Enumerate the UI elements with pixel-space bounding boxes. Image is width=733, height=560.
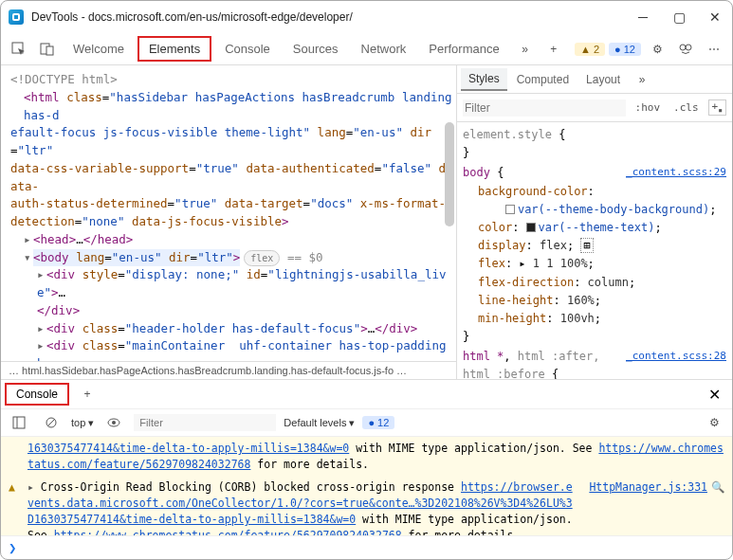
warn-count: 2	[594, 44, 599, 55]
warning-icon: ▲	[9, 479, 22, 536]
scrollbar[interactable]	[445, 122, 454, 226]
computed-tab[interactable]: Computed	[509, 69, 577, 90]
console-info-badge[interactable]: ● 12	[362, 416, 394, 429]
style-filter-input[interactable]	[463, 99, 626, 117]
flex-pill: flex	[244, 250, 280, 266]
tab-console[interactable]: Console	[215, 36, 280, 62]
hov-toggle[interactable]: :hov	[632, 99, 665, 116]
add-tab-icon[interactable]: +	[541, 37, 566, 62]
live-expression-icon[interactable]	[101, 410, 126, 435]
cls-toggle[interactable]: .cls	[669, 99, 703, 116]
tab-welcome[interactable]: Welcome	[64, 36, 134, 62]
tab-performance[interactable]: Performance	[419, 36, 508, 62]
menu-icon[interactable]: ⋯	[702, 37, 726, 62]
warnings-badge[interactable]: ▲ 2	[575, 43, 605, 56]
body-element[interactable]: <body lang="en-us" dir="ltr">	[33, 249, 240, 267]
console-prompt[interactable]: ❯	[1, 535, 732, 559]
tab-elements[interactable]: Elements	[137, 36, 211, 62]
console-body[interactable]: 1630375477414&time-delta-to-apply-millis…	[1, 437, 732, 535]
lens-icon[interactable]: 🔍	[711, 480, 724, 494]
info-count: 12	[624, 44, 635, 55]
close-drawer[interactable]: ✕	[701, 386, 728, 404]
tab-sources[interactable]: Sources	[284, 36, 348, 62]
console-filter-input[interactable]	[134, 414, 276, 431]
styles-list[interactable]: element.style {} body {_content.scss:29 …	[457, 122, 732, 379]
dollar-zero: == $0	[287, 250, 323, 264]
minimize-button[interactable]: ─	[633, 9, 652, 25]
devtools-icon	[9, 9, 24, 25]
more-tabs-icon[interactable]: »	[513, 37, 538, 62]
console-link[interactable]: https://www.chromestatus.com/feature/562…	[54, 529, 402, 535]
new-style-rule[interactable]: +▪	[708, 99, 726, 116]
svg-rect-2	[46, 46, 53, 55]
svg-point-3	[680, 45, 686, 50]
info-badge[interactable]: ● 12	[609, 43, 641, 56]
device-toggle-icon[interactable]	[35, 37, 60, 62]
styles-more-icon[interactable]: »	[630, 67, 654, 92]
svg-point-4	[686, 45, 691, 50]
feedback-icon[interactable]	[673, 37, 698, 62]
styles-tab[interactable]: Styles	[461, 68, 507, 91]
window-titlebar: DevTools - docs.microsoft.com/en-us/micr…	[1, 1, 732, 33]
window-title: DevTools - docs.microsoft.com/en-us/micr…	[31, 10, 626, 24]
source-link[interactable]: _content.scss:29	[626, 164, 726, 182]
svg-rect-5	[13, 417, 25, 428]
doctype: <!DOCTYPE html>	[10, 71, 452, 89]
console-sidebar-icon[interactable]	[7, 410, 31, 435]
clear-console-icon[interactable]	[39, 410, 64, 435]
source-link[interactable]: _content.scss:28	[626, 348, 726, 366]
breadcrumb[interactable]: … html.hasSidebar.hasPageActions.hasBrea…	[1, 361, 456, 379]
close-button[interactable]: ✕	[706, 9, 724, 25]
dom-tree[interactable]: <!DOCTYPE html> <html class="hasSidebar …	[1, 65, 456, 361]
source-link[interactable]: HttpManager.js:331	[589, 480, 707, 494]
console-drawer-tab[interactable]: Console	[5, 383, 69, 406]
main-toolbar: Welcome Elements Console Sources Network…	[1, 33, 732, 65]
maximize-button[interactable]: ▢	[669, 9, 688, 25]
inspect-icon[interactable]	[7, 37, 31, 62]
tab-network[interactable]: Network	[352, 36, 416, 62]
context-selector[interactable]: top ▾	[71, 417, 94, 429]
layout-tab[interactable]: Layout	[578, 69, 628, 90]
svg-point-10	[112, 421, 116, 425]
svg-line-8	[47, 419, 55, 426]
settings-icon[interactable]: ⚙	[645, 37, 669, 62]
add-drawer-tab[interactable]: +	[75, 382, 100, 406]
log-levels[interactable]: Default levels ▾	[284, 417, 355, 429]
console-link[interactable]: 1630375477414&time-delta-to-apply-millis…	[27, 442, 349, 455]
console-settings-icon[interactable]: ⚙	[702, 410, 726, 435]
